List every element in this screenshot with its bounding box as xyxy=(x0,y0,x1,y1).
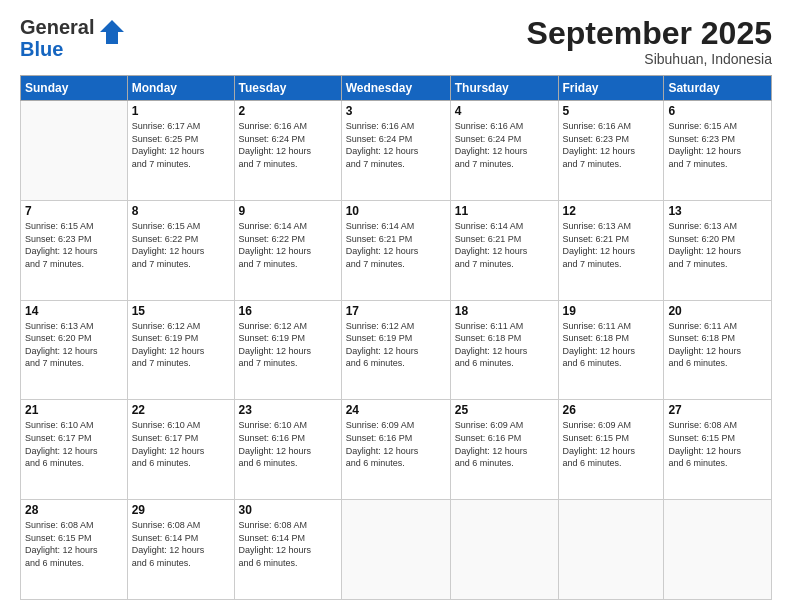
col-thursday: Thursday xyxy=(450,76,558,101)
day-number: 15 xyxy=(132,304,230,318)
day-info: Sunrise: 6:10 AMSunset: 6:16 PMDaylight:… xyxy=(239,419,337,469)
day-number: 2 xyxy=(239,104,337,118)
calendar-cell: 17Sunrise: 6:12 AMSunset: 6:19 PMDayligh… xyxy=(341,300,450,400)
day-info: Sunrise: 6:14 AMSunset: 6:21 PMDaylight:… xyxy=(346,220,446,270)
calendar-cell: 22Sunrise: 6:10 AMSunset: 6:17 PMDayligh… xyxy=(127,400,234,500)
day-number: 29 xyxy=(132,503,230,517)
day-number: 12 xyxy=(563,204,660,218)
day-number: 25 xyxy=(455,403,554,417)
day-info: Sunrise: 6:16 AMSunset: 6:24 PMDaylight:… xyxy=(239,120,337,170)
day-info: Sunrise: 6:16 AMSunset: 6:23 PMDaylight:… xyxy=(563,120,660,170)
calendar-cell: 1Sunrise: 6:17 AMSunset: 6:25 PMDaylight… xyxy=(127,101,234,201)
day-number: 11 xyxy=(455,204,554,218)
day-number: 1 xyxy=(132,104,230,118)
header: General Blue September 2025 Sibuhuan, In… xyxy=(20,16,772,67)
calendar-cell xyxy=(450,500,558,600)
day-info: Sunrise: 6:17 AMSunset: 6:25 PMDaylight:… xyxy=(132,120,230,170)
calendar-cell: 29Sunrise: 6:08 AMSunset: 6:14 PMDayligh… xyxy=(127,500,234,600)
calendar-cell: 28Sunrise: 6:08 AMSunset: 6:15 PMDayligh… xyxy=(21,500,128,600)
calendar-cell: 21Sunrise: 6:10 AMSunset: 6:17 PMDayligh… xyxy=(21,400,128,500)
calendar-cell: 18Sunrise: 6:11 AMSunset: 6:18 PMDayligh… xyxy=(450,300,558,400)
day-number: 30 xyxy=(239,503,337,517)
day-info: Sunrise: 6:09 AMSunset: 6:16 PMDaylight:… xyxy=(455,419,554,469)
day-number: 3 xyxy=(346,104,446,118)
day-number: 21 xyxy=(25,403,123,417)
day-number: 10 xyxy=(346,204,446,218)
day-info: Sunrise: 6:12 AMSunset: 6:19 PMDaylight:… xyxy=(239,320,337,370)
calendar-table: Sunday Monday Tuesday Wednesday Thursday… xyxy=(20,75,772,600)
day-info: Sunrise: 6:14 AMSunset: 6:22 PMDaylight:… xyxy=(239,220,337,270)
day-info: Sunrise: 6:15 AMSunset: 6:22 PMDaylight:… xyxy=(132,220,230,270)
day-number: 16 xyxy=(239,304,337,318)
calendar-week-1: 1Sunrise: 6:17 AMSunset: 6:25 PMDaylight… xyxy=(21,101,772,201)
calendar-week-2: 7Sunrise: 6:15 AMSunset: 6:23 PMDaylight… xyxy=(21,200,772,300)
day-number: 9 xyxy=(239,204,337,218)
month-title: September 2025 xyxy=(527,16,772,51)
calendar-cell: 12Sunrise: 6:13 AMSunset: 6:21 PMDayligh… xyxy=(558,200,664,300)
calendar-cell: 25Sunrise: 6:09 AMSunset: 6:16 PMDayligh… xyxy=(450,400,558,500)
svg-marker-0 xyxy=(100,20,124,44)
col-monday: Monday xyxy=(127,76,234,101)
calendar-cell: 9Sunrise: 6:14 AMSunset: 6:22 PMDaylight… xyxy=(234,200,341,300)
calendar-cell: 14Sunrise: 6:13 AMSunset: 6:20 PMDayligh… xyxy=(21,300,128,400)
day-number: 6 xyxy=(668,104,767,118)
day-info: Sunrise: 6:13 AMSunset: 6:21 PMDaylight:… xyxy=(563,220,660,270)
calendar-week-3: 14Sunrise: 6:13 AMSunset: 6:20 PMDayligh… xyxy=(21,300,772,400)
day-info: Sunrise: 6:15 AMSunset: 6:23 PMDaylight:… xyxy=(25,220,123,270)
day-number: 19 xyxy=(563,304,660,318)
header-row: Sunday Monday Tuesday Wednesday Thursday… xyxy=(21,76,772,101)
day-number: 18 xyxy=(455,304,554,318)
day-info: Sunrise: 6:11 AMSunset: 6:18 PMDaylight:… xyxy=(668,320,767,370)
day-number: 14 xyxy=(25,304,123,318)
calendar-cell: 5Sunrise: 6:16 AMSunset: 6:23 PMDaylight… xyxy=(558,101,664,201)
day-number: 24 xyxy=(346,403,446,417)
day-info: Sunrise: 6:14 AMSunset: 6:21 PMDaylight:… xyxy=(455,220,554,270)
day-info: Sunrise: 6:08 AMSunset: 6:14 PMDaylight:… xyxy=(239,519,337,569)
calendar-cell: 30Sunrise: 6:08 AMSunset: 6:14 PMDayligh… xyxy=(234,500,341,600)
day-info: Sunrise: 6:16 AMSunset: 6:24 PMDaylight:… xyxy=(455,120,554,170)
col-wednesday: Wednesday xyxy=(341,76,450,101)
calendar-cell xyxy=(664,500,772,600)
calendar-cell: 3Sunrise: 6:16 AMSunset: 6:24 PMDaylight… xyxy=(341,101,450,201)
day-number: 4 xyxy=(455,104,554,118)
day-number: 22 xyxy=(132,403,230,417)
day-info: Sunrise: 6:13 AMSunset: 6:20 PMDaylight:… xyxy=(25,320,123,370)
calendar-cell: 27Sunrise: 6:08 AMSunset: 6:15 PMDayligh… xyxy=(664,400,772,500)
logo-area: General Blue xyxy=(20,16,126,60)
calendar-cell: 26Sunrise: 6:09 AMSunset: 6:15 PMDayligh… xyxy=(558,400,664,500)
col-sunday: Sunday xyxy=(21,76,128,101)
day-number: 26 xyxy=(563,403,660,417)
calendar-week-4: 21Sunrise: 6:10 AMSunset: 6:17 PMDayligh… xyxy=(21,400,772,500)
location-subtitle: Sibuhuan, Indonesia xyxy=(527,51,772,67)
day-number: 8 xyxy=(132,204,230,218)
day-number: 28 xyxy=(25,503,123,517)
calendar-cell: 7Sunrise: 6:15 AMSunset: 6:23 PMDaylight… xyxy=(21,200,128,300)
calendar-cell: 16Sunrise: 6:12 AMSunset: 6:19 PMDayligh… xyxy=(234,300,341,400)
day-info: Sunrise: 6:12 AMSunset: 6:19 PMDaylight:… xyxy=(346,320,446,370)
calendar-cell: 24Sunrise: 6:09 AMSunset: 6:16 PMDayligh… xyxy=(341,400,450,500)
calendar-cell xyxy=(21,101,128,201)
day-info: Sunrise: 6:08 AMSunset: 6:14 PMDaylight:… xyxy=(132,519,230,569)
calendar-cell: 13Sunrise: 6:13 AMSunset: 6:20 PMDayligh… xyxy=(664,200,772,300)
day-number: 13 xyxy=(668,204,767,218)
calendar-cell: 6Sunrise: 6:15 AMSunset: 6:23 PMDaylight… xyxy=(664,101,772,201)
day-info: Sunrise: 6:12 AMSunset: 6:19 PMDaylight:… xyxy=(132,320,230,370)
calendar-cell: 10Sunrise: 6:14 AMSunset: 6:21 PMDayligh… xyxy=(341,200,450,300)
day-info: Sunrise: 6:10 AMSunset: 6:17 PMDaylight:… xyxy=(25,419,123,469)
calendar-cell xyxy=(341,500,450,600)
day-info: Sunrise: 6:16 AMSunset: 6:24 PMDaylight:… xyxy=(346,120,446,170)
day-info: Sunrise: 6:13 AMSunset: 6:20 PMDaylight:… xyxy=(668,220,767,270)
calendar-cell: 4Sunrise: 6:16 AMSunset: 6:24 PMDaylight… xyxy=(450,101,558,201)
title-area: September 2025 Sibuhuan, Indonesia xyxy=(527,16,772,67)
day-info: Sunrise: 6:09 AMSunset: 6:16 PMDaylight:… xyxy=(346,419,446,469)
day-number: 23 xyxy=(239,403,337,417)
day-number: 17 xyxy=(346,304,446,318)
logo-blue: Blue xyxy=(20,38,94,60)
day-info: Sunrise: 6:10 AMSunset: 6:17 PMDaylight:… xyxy=(132,419,230,469)
day-info: Sunrise: 6:08 AMSunset: 6:15 PMDaylight:… xyxy=(668,419,767,469)
day-info: Sunrise: 6:11 AMSunset: 6:18 PMDaylight:… xyxy=(455,320,554,370)
calendar-cell: 11Sunrise: 6:14 AMSunset: 6:21 PMDayligh… xyxy=(450,200,558,300)
calendar-cell: 2Sunrise: 6:16 AMSunset: 6:24 PMDaylight… xyxy=(234,101,341,201)
col-tuesday: Tuesday xyxy=(234,76,341,101)
calendar-cell: 20Sunrise: 6:11 AMSunset: 6:18 PMDayligh… xyxy=(664,300,772,400)
